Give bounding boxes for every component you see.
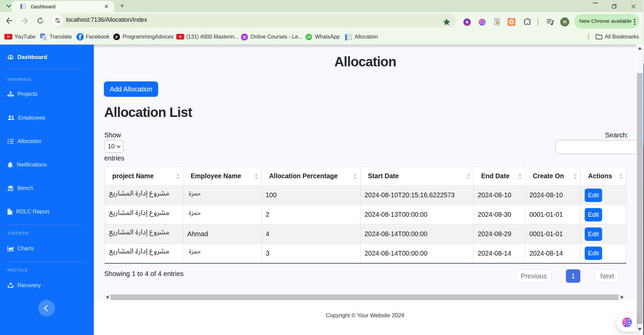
svg-text:文: 文	[44, 37, 47, 40]
svg-text:23: 23	[307, 35, 311, 39]
svg-text:P: P	[115, 35, 118, 40]
